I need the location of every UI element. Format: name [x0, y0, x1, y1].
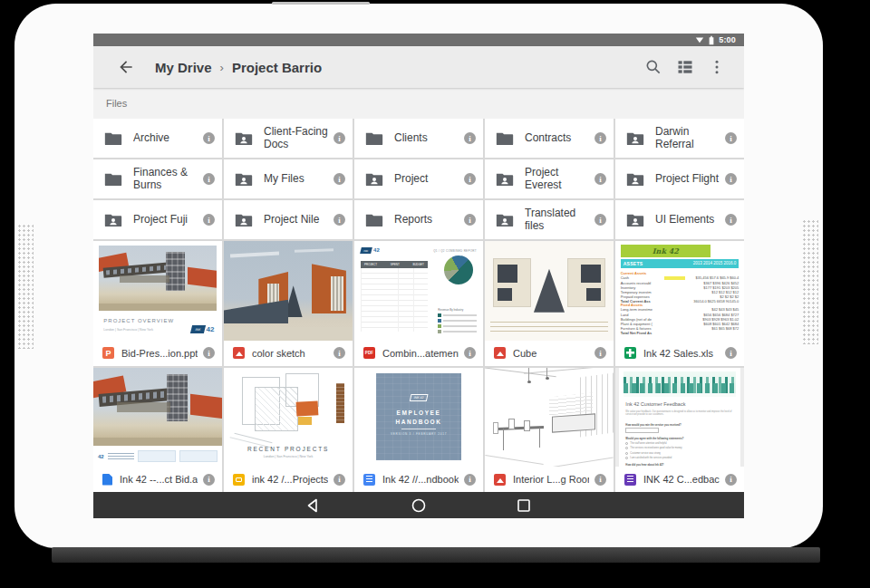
- file-tile[interactable]: PROJECT OVERVIEW London | San Francisco …: [93, 241, 222, 366]
- file-tile[interactable]: 42 Ink 42 --...ct Bid.ai i: [93, 368, 222, 493]
- info-icon[interactable]: i: [594, 132, 606, 144]
- shared-folder-icon: [626, 130, 644, 146]
- file-tile[interactable]: color sketch i: [224, 241, 353, 366]
- folder-tile[interactable]: Project i: [354, 159, 483, 198]
- folder-tile[interactable]: Translated files i: [485, 200, 614, 239]
- folder-tile[interactable]: Project Nile i: [224, 200, 353, 239]
- back-button[interactable]: [117, 58, 135, 76]
- list-view-button[interactable]: [676, 58, 694, 76]
- file-caption: ink 42 /...Projects i: [224, 467, 353, 492]
- info-icon[interactable]: i: [594, 474, 606, 486]
- folder-tile[interactable]: Darwin Referral i: [615, 119, 744, 158]
- folder-tile[interactable]: Finances & Burns i: [93, 159, 222, 198]
- info-icon[interactable]: i: [464, 474, 476, 486]
- nav-back-button[interactable]: [304, 496, 323, 515]
- file-name: Combin...atement: [382, 348, 459, 359]
- info-icon[interactable]: i: [203, 173, 215, 185]
- illustrator-file-icon: [102, 474, 112, 486]
- ink42-logo: 42: [98, 454, 104, 459]
- sheets-icon: [624, 347, 636, 359]
- folder-tile[interactable]: Project Fuji i: [93, 200, 222, 239]
- info-icon[interactable]: i: [594, 347, 606, 359]
- file-tile[interactable]: RECENT PROJECTS London | San Francisco |…: [224, 368, 353, 493]
- info-icon[interactable]: i: [725, 173, 737, 185]
- file-tile[interactable]: Ink 42 Customer Feedback We value your f…: [615, 368, 744, 493]
- folder-tile[interactable]: UI Elements i: [615, 200, 744, 239]
- shared-folder-icon: [496, 171, 514, 187]
- form-input: [625, 428, 659, 432]
- info-icon[interactable]: i: [464, 173, 476, 185]
- folder-name: Clients: [394, 132, 459, 145]
- folder-tile[interactable]: Reports i: [354, 200, 483, 239]
- info-icon[interactable]: i: [203, 347, 215, 359]
- folder-tile[interactable]: Clients i: [354, 119, 483, 158]
- file-tile[interactable]: INK42 Q1 / Q2 COMBINED REPORT PROJECTSPE…: [354, 241, 483, 366]
- stage: 5:00 My Drive › Project Barrio Files: [0, 0, 870, 588]
- info-icon[interactable]: i: [203, 214, 215, 226]
- info-icon[interactable]: i: [594, 173, 606, 185]
- shared-folder-icon: [496, 212, 514, 227]
- powerpoint-icon: P: [102, 347, 114, 359]
- info-icon[interactable]: i: [464, 214, 476, 226]
- info-icon[interactable]: i: [334, 214, 345, 226]
- nav-recents-button[interactable]: [515, 496, 533, 515]
- search-button[interactable]: [644, 58, 662, 76]
- skyline-banner: [624, 371, 737, 397]
- file-tile[interactable]: Cube i: [485, 241, 614, 366]
- folder-name: Translated files: [525, 207, 589, 233]
- info-icon[interactable]: i: [334, 474, 345, 486]
- folder-name: Reports: [394, 214, 459, 227]
- info-icon[interactable]: i: [334, 347, 345, 359]
- slide-title: RECENT PROJECTS: [224, 446, 353, 452]
- front-camera-slot: [272, 2, 370, 5]
- file-thumbnail: [485, 368, 614, 468]
- folder-icon: [496, 130, 514, 146]
- overflow-menu-button[interactable]: [708, 58, 726, 76]
- folder-icon: [365, 130, 383, 146]
- info-icon[interactable]: i: [725, 132, 737, 144]
- file-tile[interactable]: Interior L...g Room i: [485, 368, 614, 493]
- file-caption: Cube i: [485, 341, 614, 366]
- info-icon[interactable]: i: [334, 173, 345, 185]
- form-title: Ink 42 Customer Feedback: [625, 401, 685, 407]
- folder-icon: [104, 171, 122, 187]
- chart-legend: Revenue By Industry: [438, 308, 477, 333]
- info-icon[interactable]: i: [203, 132, 215, 144]
- info-icon[interactable]: i: [725, 347, 737, 359]
- cover-title: EMPLOYEE HANDBOOK: [382, 409, 457, 428]
- file-name: Ink 42 --...ct Bid.ai: [120, 474, 198, 485]
- folder-tile[interactable]: Archive i: [93, 119, 222, 158]
- file-thumbnail: [485, 241, 614, 341]
- file-thumbnail: INK42 Q1 / Q2 COMBINED REPORT PROJECTSPE…: [354, 241, 483, 341]
- report-label: Q1 / Q2 COMBINED REPORT: [433, 249, 477, 253]
- wifi-icon: [695, 35, 704, 44]
- info-icon[interactable]: i: [594, 214, 606, 226]
- folder-tile[interactable]: Project Flight i: [615, 159, 744, 198]
- handbook-cover: INK 42 EMPLOYEE HANDBOOK VERSION 3 / FEB…: [376, 373, 461, 460]
- nav-home-button[interactable]: [410, 496, 428, 515]
- folder-tile[interactable]: Contracts i: [485, 119, 614, 158]
- file-tile[interactable]: Ink 42 ASSETS2013 2014 2015 2016.0 Curre…: [615, 241, 744, 366]
- folder-name: Archive: [133, 132, 198, 145]
- folder-tile[interactable]: Client-Facing Docs i: [224, 119, 353, 158]
- info-icon[interactable]: i: [725, 214, 737, 226]
- image-icon: [233, 347, 245, 359]
- pdf-icon: PDF: [363, 347, 375, 359]
- folder-icon: [365, 212, 383, 227]
- file-tile[interactable]: INK 42 EMPLOYEE HANDBOOK VERSION 3 / FEB…: [354, 368, 483, 493]
- image-icon: [494, 474, 506, 486]
- info-icon[interactable]: i: [464, 347, 476, 359]
- chevron-right-icon: ›: [220, 61, 224, 74]
- folder-name: Project Nile: [264, 214, 328, 227]
- folder-name: Project Flight: [655, 173, 720, 186]
- info-icon[interactable]: i: [725, 474, 737, 486]
- info-icon[interactable]: i: [203, 474, 215, 486]
- slides-icon: [233, 474, 245, 486]
- breadcrumb-root[interactable]: My Drive: [155, 60, 212, 75]
- info-icon[interactable]: i: [464, 132, 476, 144]
- file-caption: INK 42 C...edback i: [615, 467, 744, 492]
- folder-tile[interactable]: Project Everest i: [485, 159, 614, 198]
- slide-title: PROJECT OVERVIEW: [103, 318, 174, 323]
- info-icon[interactable]: i: [334, 132, 345, 144]
- folder-tile[interactable]: My Files i: [224, 159, 353, 198]
